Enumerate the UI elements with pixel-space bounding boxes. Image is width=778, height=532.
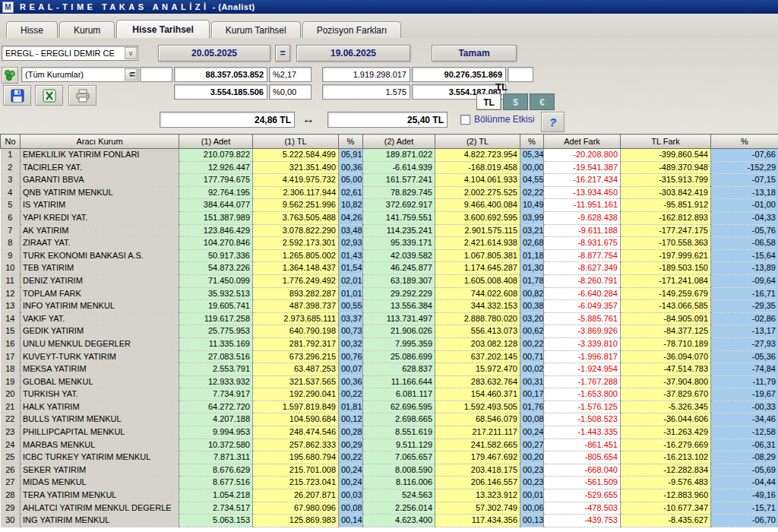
table-row[interactable]: 25ICBC TURKEY YATIRIM MENKUL7.871.311195…: [1, 451, 778, 464]
table-row[interactable]: 17KUVEYT-TURK YATIRIM27.083.516673.296.2…: [1, 350, 778, 363]
pct1-cell: 01,01: [339, 287, 363, 300]
table-row[interactable]: 30ING YATIRIM MENKUL5.063.153125.869.983…: [1, 515, 778, 527]
table-row[interactable]: 12TOPLAM FARK35.932.513893.282.28701,012…: [1, 287, 778, 300]
date-from-field[interactable]: 20.05.2025: [158, 45, 270, 62]
date-equals-button[interactable]: =: [275, 45, 290, 62]
table-row[interactable]: 21HALK YATIRIM64.272.7201.597.819.84901,…: [1, 401, 778, 413]
table-row[interactable]: 6YAPI KREDI YAT.151.387.9893.763.505.488…: [1, 211, 778, 224]
refresh-data-button[interactable]: [2, 67, 18, 84]
symbol-dropdown[interactable]: EREGL - EREGLI DEMIR CE ∨: [2, 46, 138, 61]
column-header-2[interactable]: (1) Adet: [179, 135, 253, 149]
summary1-percent[interactable]: %2,17: [269, 67, 312, 82]
table-row[interactable]: 29AHLATCI YATIRIM MENKUL DEGERLE2.734.51…: [1, 502, 778, 515]
pct2-cell: 01,18: [520, 249, 544, 262]
table-row[interactable]: 10TEB YATIRIM54.873.2261.364.148.43701,5…: [1, 262, 778, 275]
summary1-total1[interactable]: 88.357.053.852: [174, 67, 267, 82]
adet1-cell: 19.605.741: [179, 300, 253, 313]
column-header-0[interactable]: No: [1, 135, 21, 149]
adet1-cell: 151.387.989: [179, 211, 253, 224]
table-row[interactable]: 5IS YATIRIM384.644.0779.562.251.99610,82…: [1, 199, 778, 212]
table-row[interactable]: 27MIDAS MENKUL8.677.516215.723.04100,248…: [1, 477, 778, 489]
column-header-3[interactable]: (1) TL: [253, 135, 339, 149]
adet-fark-cell: -3.869.926: [544, 325, 621, 338]
chevron-down-icon[interactable]: ∨: [125, 47, 137, 59]
ok-button[interactable]: Tamam: [432, 45, 517, 62]
table-row[interactable]: 2TACIRLER YAT.12.926.447321.351.49000,36…: [1, 161, 778, 174]
table-row[interactable]: 26SEKER YATIRIM8.676.629215.701.00800,24…: [1, 464, 778, 477]
filter-input-empty-2[interactable]: [508, 67, 533, 82]
table-row[interactable]: 28TERA YATIRIM MENKUL1.054.21826.207.871…: [1, 489, 778, 502]
broker-name-cell: AK YATIRIM: [21, 224, 179, 237]
filter-input-empty-1[interactable]: [140, 67, 172, 82]
column-header-8[interactable]: Adet Fark: [544, 135, 621, 149]
price-from-input[interactable]: 24,86 TL: [160, 112, 295, 128]
tab-kurum-tarihsel[interactable]: Kurum Tarihsel: [211, 21, 301, 38]
tab-hisse[interactable]: Hisse: [6, 21, 58, 38]
summary1-diff[interactable]: 1.919.298.017: [322, 67, 410, 82]
export-excel-button[interactable]: [35, 85, 63, 106]
column-header-9[interactable]: TL Fark: [621, 135, 711, 149]
table-row[interactable]: 8ZIRAAT YAT.104.270.8462.592.173.30102,9…: [1, 237, 778, 250]
tl2-cell: 13.323.912: [435, 489, 520, 502]
table-row[interactable]: 15GEDIK YATIRIM25.775.953640.790.19800,7…: [1, 325, 778, 338]
table-row[interactable]: 4QNB YATIRIM MENKUL92.764.1952.306.117.9…: [1, 186, 778, 199]
table-row[interactable]: 13INFO YATIRIM MENKUL19.605.741487.398.7…: [1, 300, 778, 313]
table-row[interactable]: 3GARANTI BBVA177.794.6754.419.975.73205,…: [1, 174, 778, 187]
pct-fark-cell: -11,79: [711, 375, 778, 388]
save-button[interactable]: [3, 85, 31, 106]
column-header-4[interactable]: %: [339, 135, 363, 149]
summary2-percent[interactable]: %0,00: [269, 84, 312, 100]
column-header-6[interactable]: (2) TL: [435, 135, 520, 149]
broker-dropdown[interactable]: (Tüm Kurumlar) ∨: [21, 67, 138, 82]
table-row[interactable]: 1EMEKLILIK YATIRIM FONLARI210.079.8225.2…: [1, 149, 778, 162]
price-to-input[interactable]: 25,40 TL: [327, 112, 448, 128]
pct2-cell: 03,21: [520, 224, 544, 237]
table-row[interactable]: 18MEKSA YATIRIM2.553.79163.487.25300,076…: [1, 363, 778, 376]
table-row[interactable]: 23PHILLIPCAPITAL MENKUL9.994.953248.474.…: [1, 426, 778, 439]
adet-fark-cell: -1.576.125: [544, 401, 621, 413]
tl2-cell: 1.174.645.287: [435, 262, 520, 275]
tl2-cell: 9.466.400.084: [435, 199, 520, 212]
summary2-diff[interactable]: 1.575: [322, 84, 410, 100]
table-row[interactable]: 16UNLU MENKUL DEGERLER11.335.169281.792.…: [1, 337, 778, 350]
table-row[interactable]: 22BULLS YATIRIM MENKUL4.207.188104.590.6…: [1, 413, 778, 426]
tl2-cell: 2.421.614.938: [435, 237, 520, 250]
summary2-total1[interactable]: 3.554.185.506: [174, 84, 267, 100]
pct2-cell: 03,20: [520, 312, 544, 325]
pct2-cell: 00,31: [520, 375, 544, 388]
split-effect-checkbox[interactable]: [460, 115, 470, 125]
currency-usd-button[interactable]: $: [503, 93, 528, 110]
pct1-cell: 02,61: [339, 186, 363, 199]
column-header-7[interactable]: %: [520, 135, 544, 149]
currency-eur-button[interactable]: €: [530, 93, 555, 110]
help-button[interactable]: ?: [541, 112, 565, 132]
table-row[interactable]: 20TURKISH YAT.7.734.917192.290.04100,226…: [1, 388, 778, 401]
summary1-total2[interactable]: 90.276.351.869: [412, 67, 506, 82]
print-button[interactable]: [68, 85, 96, 106]
row-number-cell: 27: [1, 477, 21, 489]
adet2-cell: 9.511.129: [363, 439, 435, 451]
tl-fark-cell: -84.905.091: [621, 312, 711, 325]
tl1-cell: 640.790.198: [253, 325, 339, 338]
tab-pozisyon-farklari[interactable]: Pozisyon Farkları: [302, 21, 402, 38]
table-row[interactable]: 14VAKIF YAT.119.617.2582.973.685.11103,3…: [1, 312, 778, 325]
row-number-cell: 24: [1, 439, 21, 451]
table-row[interactable]: 19GLOBAL MENKUL12.933.932321.537.56500,3…: [1, 375, 778, 388]
column-header-5[interactable]: (2) Adet: [363, 135, 435, 149]
adet2-cell: 63.189.307: [363, 274, 435, 287]
table-row[interactable]: 24MARBAS MENKUL10.372.580257.862.33300,2…: [1, 439, 778, 451]
column-header-10[interactable]: %: [711, 135, 778, 149]
currency-tl-button[interactable]: TL: [476, 93, 501, 110]
table-row[interactable]: 7AK YATIRIM123.846.4293.078.822.29003,48…: [1, 224, 778, 237]
adet2-cell: 7.065.657: [363, 451, 435, 464]
tl2-cell: 154.460.371: [435, 388, 520, 401]
date-to-field[interactable]: 19.06.2025: [296, 45, 410, 62]
table-row[interactable]: 11DENIZ YATIRIM71.450.0991.776.249.49202…: [1, 274, 778, 287]
tab-kurum[interactable]: Kurum: [59, 21, 115, 38]
tl1-cell: 195.680.794: [253, 451, 339, 464]
pct1-cell: 00,24: [339, 464, 363, 477]
pct-fark-cell: -12,58: [711, 426, 778, 439]
table-row[interactable]: 9TURK EKONOMI BANKASI A.S.50.917.3361.26…: [1, 249, 778, 262]
column-header-1[interactable]: Aracı Kurum: [21, 135, 179, 149]
tab-hisse-tarihsel[interactable]: Hisse Tarihsel: [116, 20, 209, 38]
